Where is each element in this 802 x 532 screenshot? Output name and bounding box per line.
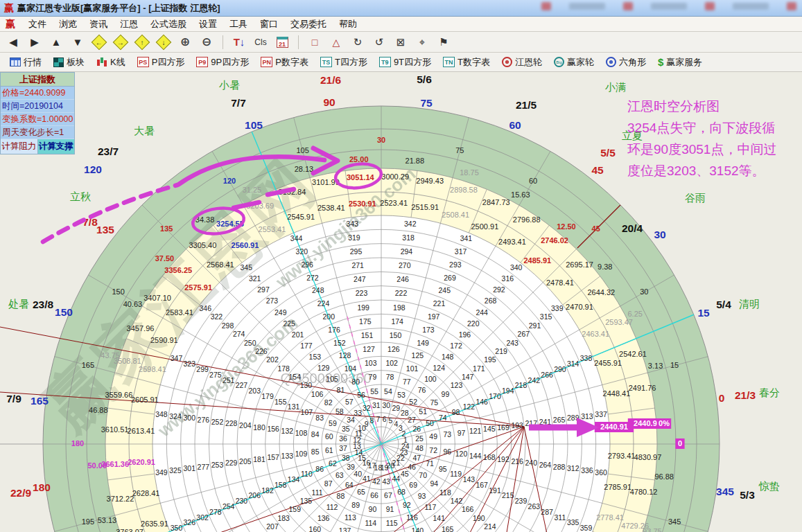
zoom-in-icon[interactable]: ⊕ [177, 35, 193, 50]
menu-item-2[interactable]: 资讯 [83, 17, 114, 32]
menu-item-8[interactable]: 交易委托 [284, 17, 333, 32]
svg-text:2478.41: 2478.41 [546, 278, 574, 287]
tool-赢家轮[interactable]: Big赢家轮 [550, 56, 598, 69]
svg-text:64: 64 [345, 481, 354, 489]
menu-item-1[interactable]: 浏览 [53, 17, 83, 32]
calc-resistance-button[interactable]: 计算阻力 [1, 139, 38, 154]
diamond-arrow-icon-3[interactable]: ↓ [156, 35, 171, 50]
svg-text:180: 180 [33, 481, 51, 493]
tool-9P四方形[interactable]: P99P四方形 [192, 56, 253, 69]
svg-text:179: 179 [261, 392, 274, 400]
svg-text:313: 313 [581, 412, 593, 420]
tool-赢家服务[interactable]: $赢家服务 [654, 56, 706, 69]
zoom-out-icon[interactable]: ⊖ [199, 35, 214, 50]
svg-text:2485.91: 2485.91 [523, 256, 551, 265]
nav-arrow-icon-2[interactable]: ▲ [49, 35, 64, 50]
svg-text:91: 91 [386, 505, 394, 513]
info-row-2: 变换系数=1.00000 [1, 113, 74, 126]
tool-9T四方形[interactable]: T99T四方形 [375, 56, 435, 69]
nav-arrow-icon-0[interactable]: ◀ [6, 35, 21, 50]
diamond-arrow-icon-1[interactable]: → [113, 35, 128, 50]
nav-arrow-icon-1[interactable]: ▶ [27, 35, 42, 50]
svg-text:3407.10: 3407.10 [143, 294, 171, 302]
svg-text:37.50: 37.50 [155, 254, 175, 263]
tool-板块[interactable]: 板块 [49, 56, 89, 69]
svg-text:169: 169 [497, 423, 509, 432]
menu-item-9[interactable]: 帮助 [333, 17, 363, 32]
tool-江恩轮[interactable]: 江恩轮 [498, 56, 546, 69]
tool-label: T四方形 [335, 56, 367, 69]
svg-text:87: 87 [324, 479, 333, 488]
tool-行情[interactable]: 行情 [6, 56, 46, 69]
tool-P四方形[interactable]: PSP四方形 [133, 56, 189, 69]
diamond-arrow-icon-2[interactable]: ↑ [134, 35, 150, 50]
svg-text:168: 168 [483, 453, 496, 461]
calc-support-button[interactable]: 计算支撑 [38, 139, 75, 154]
svg-text:160: 160 [309, 525, 322, 532]
blocks-icon [53, 57, 64, 67]
svg-text:273: 273 [266, 296, 279, 305]
svg-text:101: 101 [406, 364, 419, 373]
hexagon-icon [606, 57, 616, 67]
tool-六角形[interactable]: 六角形 [602, 56, 650, 69]
svg-text:126: 126 [387, 345, 400, 353]
svg-text:195: 195 [82, 517, 94, 526]
svg-text:294: 294 [401, 247, 413, 256]
tool-P数字表[interactable]: PNP数字表 [256, 56, 313, 69]
svg-text:128: 128 [339, 351, 351, 360]
rect-tool-icon[interactable]: □ [307, 35, 322, 50]
svg-text:336: 336 [581, 466, 593, 475]
svg-text:267: 267 [518, 330, 530, 338]
svg-text:195: 195 [484, 355, 496, 364]
svg-text:166: 166 [462, 505, 474, 513]
svg-text:349: 349 [155, 468, 168, 477]
diamond-arrow-icon-0[interactable]: ← [91, 35, 107, 50]
menu-item-6[interactable]: 工具 [223, 17, 254, 32]
box-x-icon[interactable]: ⊠ [393, 35, 408, 50]
svg-text:199: 199 [357, 303, 369, 312]
calendar-icon[interactable]: 21 [274, 35, 290, 50]
svg-text:98: 98 [452, 408, 460, 416]
svg-text:5/4: 5/4 [716, 299, 731, 310]
svg-text:77: 77 [403, 378, 411, 386]
triangle-tool-icon[interactable]: △ [329, 35, 344, 50]
svg-text:173: 173 [422, 326, 435, 334]
tool-T数字表[interactable]: TNT数字表 [439, 56, 494, 69]
title-bar[interactable]: 赢 赢家江恩专业版[赢家服务平台] - [上证指数 江恩轮] [0, 0, 802, 17]
rotate-ccw-icon[interactable]: ↺ [372, 35, 387, 50]
cls-button[interactable]: Cls [253, 35, 268, 50]
winner-wheel-icon: Big [554, 57, 564, 67]
svg-text:302: 302 [196, 513, 209, 522]
svg-text:56: 56 [357, 391, 365, 399]
crosshair-icon[interactable]: ⌖ [415, 35, 430, 50]
svg-text:165: 165 [82, 361, 94, 369]
menu-item-0[interactable]: 文件 [22, 17, 53, 32]
svg-text:204: 204 [239, 421, 252, 429]
svg-text:224: 224 [317, 299, 330, 308]
svg-text:30: 30 [640, 287, 648, 296]
svg-text:146: 146 [476, 398, 488, 406]
svg-text:0: 0 [678, 439, 682, 447]
svg-text:165: 165 [442, 525, 454, 532]
svg-text:2613.41: 2613.41 [128, 427, 155, 435]
menu-item-3[interactable]: 江恩 [114, 17, 144, 32]
rotate-cw-icon[interactable]: ↻ [350, 35, 365, 50]
svg-text:2949.43: 2949.43 [416, 177, 444, 185]
svg-text:27: 27 [408, 416, 416, 424]
svg-text:106: 106 [311, 390, 324, 398]
svg-text:145: 145 [483, 425, 496, 433]
svg-text:180: 180 [71, 439, 84, 447]
tool-T四方形[interactable]: TST四方形 [316, 56, 372, 69]
t-down-icon[interactable]: T↓ [232, 35, 247, 50]
svg-text:24: 24 [401, 442, 410, 450]
nav-arrow-icon-3[interactable]: ▼ [70, 35, 85, 50]
analysis-annotation: 江恩时空分析图3254点失守，向下波段循环是90度3051点，中间过度位是320… [627, 96, 801, 181]
svg-text:220: 220 [467, 319, 480, 328]
svg-text:60: 60 [325, 432, 333, 441]
menu-item-4[interactable]: 公式选股 [144, 17, 193, 32]
menu-item-7[interactable]: 窗口 [254, 17, 284, 32]
menu-item-5[interactable]: 设置 [193, 17, 223, 32]
flag-icon[interactable]: ⚑ [436, 35, 451, 50]
svg-text:32: 32 [363, 404, 371, 412]
tool-K线[interactable]: K线 [92, 56, 130, 69]
